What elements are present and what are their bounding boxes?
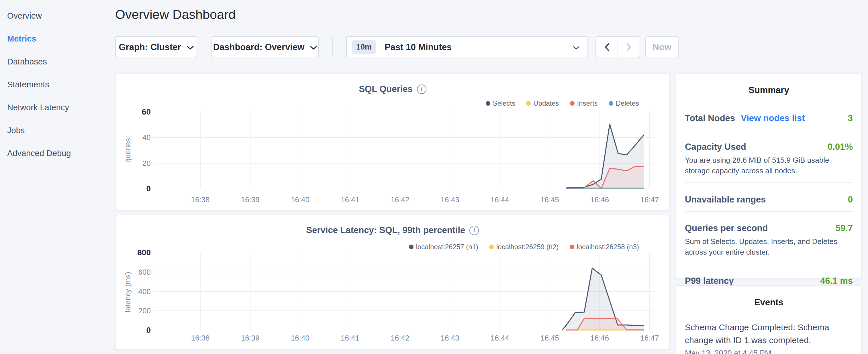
svg-text:16:39: 16:39 (241, 334, 260, 342)
svg-text:800: 800 (137, 248, 151, 257)
events-heading: Events (685, 297, 853, 308)
total-nodes-label: Total Nodes (685, 113, 735, 123)
svg-text:600: 600 (138, 268, 151, 277)
svg-text:20: 20 (143, 159, 151, 167)
svg-text:16:41: 16:41 (341, 334, 359, 342)
time-window-label: Past 10 Minutes (384, 42, 452, 53)
svg-text:16:38: 16:38 (191, 334, 210, 342)
svg-text:16:47: 16:47 (640, 195, 659, 204)
view-nodes-list-link[interactable]: View nodes list (741, 113, 805, 123)
prev-time-button[interactable] (596, 37, 618, 58)
svg-text:16:42: 16:42 (391, 195, 409, 204)
sidebar-item-metrics[interactable]: Metrics (7, 33, 36, 44)
chevron-down-icon (187, 46, 194, 50)
capacity-label: Capacity Used (685, 142, 746, 152)
svg-text:16:42: 16:42 (391, 334, 409, 342)
page-title: Overview Dashboard (115, 7, 236, 22)
svg-text:0: 0 (146, 184, 151, 193)
svg-text:16:40: 16:40 (291, 195, 309, 204)
unavailable-ranges-label: Unavailable ranges (685, 194, 766, 205)
graph-dropdown[interactable]: Graph: Cluster (115, 36, 197, 58)
time-pager (595, 36, 640, 58)
svg-text:16:43: 16:43 (441, 334, 459, 342)
event-item-text[interactable]: Schema Change Completed: Schema change w… (685, 321, 835, 347)
summary-heading: Summary (685, 85, 853, 95)
divider (685, 211, 853, 212)
sidebar-item-jobs[interactable]: Jobs (7, 125, 25, 135)
svg-text:60: 60 (142, 107, 151, 116)
now-button[interactable]: Now (645, 36, 679, 58)
svg-text:16:46: 16:46 (590, 334, 609, 342)
sidebar-item-overview[interactable]: Overview (7, 10, 42, 21)
qps-value: 59.7 (836, 223, 853, 233)
time-window-selector[interactable]: 10m Past 10 Minutes (346, 36, 588, 58)
svg-text:400: 400 (138, 287, 151, 296)
chevron-right-icon (626, 43, 632, 52)
svg-text:16:47: 16:47 (640, 334, 659, 342)
chevron-down-icon (310, 46, 317, 50)
qps-description: Sum of Selects, Updates, Inserts, and De… (685, 236, 853, 257)
sidebar-item-databases[interactable]: Databases (7, 57, 47, 67)
capacity-description: You are using 28.6 MiB of 515.9 GiB usab… (685, 155, 853, 176)
next-time-button[interactable] (618, 37, 640, 58)
event-item-timestamp: May 13, 2020 at 4:45 PM (685, 349, 853, 354)
chevron-left-icon (604, 43, 610, 52)
capacity-value: 0.01% (828, 142, 853, 152)
qps-label: Queries per second (685, 223, 768, 233)
svg-text:16:45: 16:45 (540, 334, 559, 342)
chevron-down-icon (573, 46, 580, 50)
time-window-badge: 10m (352, 40, 376, 54)
summary-row-qps: Queries per second 59.7 (685, 223, 853, 233)
svg-text:40: 40 (143, 133, 151, 142)
svg-text:200: 200 (138, 307, 151, 315)
svg-text:16:46: 16:46 (590, 195, 609, 204)
summary-row-p99: P99 latency 46.1 ms (685, 276, 853, 286)
summary-row-total-nodes: Total NodesView nodes list 3 (685, 113, 853, 123)
svg-text:0: 0 (146, 326, 151, 334)
graph-dropdown-label: Graph: Cluster (119, 42, 181, 53)
sql-queries-chart[interactable]: 16:3816:3916:4016:4116:4216:4316:4416:45… (116, 74, 671, 211)
service-latency-chart[interactable]: 16:3816:3916:4016:4116:4216:4316:4416:45… (116, 215, 671, 351)
svg-text:16:43: 16:43 (441, 195, 459, 204)
svg-text:16:39: 16:39 (241, 195, 260, 204)
dashboard-dropdown[interactable]: Dashboard: Overview (212, 36, 319, 58)
total-nodes-value: 3 (848, 113, 853, 123)
svg-text:16:45: 16:45 (540, 195, 559, 204)
unavailable-ranges-value: 0 (848, 194, 853, 205)
divider (685, 183, 853, 183)
events-card: Events Schema Change Completed: Schema c… (676, 285, 862, 354)
toolbar-divider (332, 37, 333, 57)
sidebar-item-network-latency[interactable]: Network Latency (7, 102, 69, 112)
summary-card: Summary Total NodesView nodes list 3 Cap… (676, 73, 862, 279)
svg-text:16:38: 16:38 (191, 195, 210, 204)
summary-row-unavailable-ranges: Unavailable ranges 0 (685, 194, 853, 205)
divider (685, 130, 853, 130)
svg-text:16:44: 16:44 (491, 334, 509, 342)
p99-latency-value: 46.1 ms (820, 276, 853, 286)
summary-row-capacity: Capacity Used 0.01% (685, 142, 853, 152)
dashboard-dropdown-label: Dashboard: Overview (213, 42, 305, 53)
service-latency-chart-card: Service Latency: SQL, 99th percentile i … (115, 215, 670, 350)
sql-queries-chart-card: SQL Queries i SelectsUpdatesInsertsDelet… (115, 73, 670, 210)
svg-text:16:44: 16:44 (491, 195, 509, 204)
divider (685, 264, 853, 264)
sidebar-item-advanced-debug[interactable]: Advanced Debug (7, 148, 71, 158)
p99-latency-label: P99 latency (685, 276, 734, 286)
svg-text:16:41: 16:41 (341, 195, 359, 204)
svg-text:16:40: 16:40 (291, 334, 309, 342)
sidebar-item-statements[interactable]: Statements (7, 79, 49, 90)
